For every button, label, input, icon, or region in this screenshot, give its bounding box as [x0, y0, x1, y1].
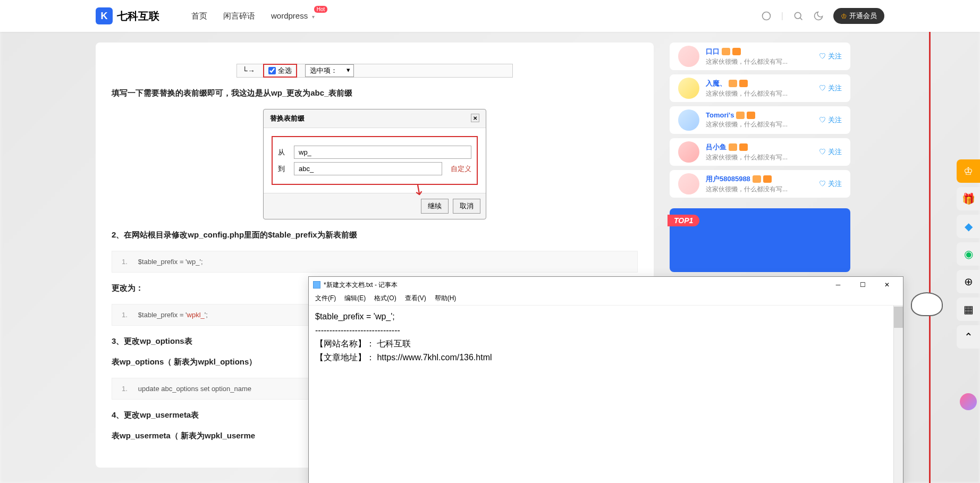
avatar [678, 109, 699, 131]
notification-icon[interactable] [761, 11, 772, 21]
screenshot-toolbar: └→ 全选 选中项： ▾ [236, 64, 513, 78]
select-all-box: 全选 [263, 64, 297, 78]
badge-icon [722, 48, 730, 55]
float-wechat-button[interactable]: ◉ [957, 242, 980, 266]
nav-wordpress[interactable]: wordpress Hot ▾ [271, 11, 315, 21]
badge-icon [739, 143, 748, 151]
user-card[interactable]: 入魔、 这家伙很懒，什么都没有写... ♡ 关注 [670, 74, 850, 102]
badge-icon [736, 112, 745, 119]
user-card[interactable]: 吕小鱼 这家伙很懒，什么都没有写... ♡ 关注 [670, 138, 850, 166]
badge-icon [763, 175, 772, 183]
arrow-icon: └→ [242, 66, 255, 75]
scrollbar[interactable] [893, 306, 903, 483]
search-icon[interactable] [793, 11, 804, 21]
from-label: 从 [278, 148, 289, 157]
user-card[interactable]: 口口 这家伙很懒，什么都没有写... ♡ 关注 [670, 43, 850, 70]
nav-home[interactable]: 首页 [191, 11, 207, 21]
main-nav: 首页 闲言碎语 wordpress Hot ▾ [191, 11, 315, 21]
badge-icon [729, 80, 737, 87]
brain-icon[interactable] [960, 393, 977, 410]
top1-badge: TOP1 [668, 215, 699, 226]
menu-view[interactable]: 查看(V) [402, 293, 429, 305]
minimize-button[interactable]: ─ [826, 277, 850, 292]
menu-edit[interactable]: 编辑(E) [341, 293, 369, 305]
paragraph: 2、在网站根目录修改wp_config.php里面的$table_prefix为… [112, 230, 638, 240]
close-button[interactable]: ✕ [875, 277, 899, 292]
user-card[interactable]: Tomori's 这家伙很懒，什么都没有写... ♡ 关注 [670, 106, 850, 134]
custom-label: 自定义 [451, 164, 471, 174]
svg-line-2 [800, 18, 802, 20]
follow-button[interactable]: ♡ 关注 [819, 179, 842, 189]
notepad-window: *新建文本文档.txt - 记事本 ─ ☐ ✕ 文件(F) 编辑(E) 格式(O… [308, 276, 903, 483]
user-name: 入魔、 [706, 79, 726, 88]
user-name: 口口 [706, 47, 720, 56]
mascot-icon[interactable] [911, 292, 948, 335]
avatar [678, 78, 699, 99]
svg-point-0 [762, 12, 770, 20]
float-sidebar: ♔ 🎁 ◆ ◉ ⊕ ▦ ⌃ [957, 159, 980, 349]
badge-icon [732, 48, 741, 55]
user-desc: 这家伙很懒，什么都没有写... [706, 120, 813, 129]
code-block: 1. $table_prefix = 'wp_'; [112, 251, 638, 273]
follow-button[interactable]: ♡ 关注 [819, 115, 842, 125]
user-desc: 这家伙很懒，什么都没有写... [706, 57, 813, 66]
float-top-button[interactable]: ⌃ [957, 325, 980, 349]
continue-button[interactable]: 继续 [421, 199, 449, 214]
menu-format[interactable]: 格式(O) [371, 293, 399, 305]
menu-help[interactable]: 帮助(H) [432, 293, 460, 305]
vip-button[interactable]: ♔ 开通会员 [833, 8, 884, 24]
float-crown-button[interactable]: ♔ [957, 159, 980, 183]
logo-icon: K [96, 7, 113, 24]
to-input[interactable] [294, 162, 442, 175]
float-qq-button[interactable]: ◆ [957, 215, 980, 238]
red-vertical-line [929, 0, 931, 483]
user-name: 吕小鱼 [706, 142, 726, 152]
user-desc: 这家伙很懒，什么都没有写... [706, 89, 813, 98]
hot-badge: Hot [314, 6, 328, 13]
crown-icon: ♔ [841, 12, 847, 20]
replace-prefix-dialog: 替换表前缀 ✕ 从 到 自定义 ↘ 继续 [263, 109, 486, 219]
float-gift-button[interactable]: 🎁 [957, 187, 980, 210]
user-desc: 这家伙很懒，什么都没有写... [706, 153, 813, 162]
moon-icon[interactable] [813, 11, 824, 21]
notepad-titlebar[interactable]: *新建文本文档.txt - 记事本 ─ ☐ ✕ [309, 277, 903, 293]
header: K 七科互联 首页 闲言碎语 wordpress Hot ▾ | ♔ 开通会员 [0, 0, 980, 32]
badge-icon [729, 143, 737, 151]
top-banner[interactable]: TOP1 [670, 208, 850, 272]
follow-button[interactable]: ♡ 关注 [819, 83, 842, 93]
user-card[interactable]: 用户58085988 这家伙很懒，什么都没有写... ♡ 关注 [670, 170, 850, 198]
user-name: 用户58085988 [706, 174, 750, 184]
float-qr-button[interactable]: ▦ [957, 298, 980, 321]
logo[interactable]: K 七科互联 [96, 7, 159, 24]
badge-icon [747, 112, 755, 119]
notepad-app-icon [313, 281, 320, 289]
notepad-title: *新建文本文档.txt - 记事本 [324, 281, 398, 290]
follow-button[interactable]: ♡ 关注 [819, 147, 842, 157]
avatar [678, 141, 699, 163]
cancel-button[interactable]: 取消 [453, 199, 480, 214]
nav-chat[interactable]: 闲言碎语 [223, 11, 255, 21]
from-input[interactable] [294, 146, 471, 159]
chevron-down-icon: ▾ [347, 66, 350, 74]
svg-point-1 [795, 12, 801, 19]
logo-text: 七科互联 [117, 9, 159, 23]
avatar [678, 173, 699, 194]
paragraph: 填写一下需要替换的表前缀即可，我这边是从wp_更改为abc_表前缀 [112, 88, 638, 98]
notepad-menubar: 文件(F) 编辑(E) 格式(O) 查看(V) 帮助(H) [309, 293, 903, 306]
user-desc: 这家伙很懒，什么都没有写... [706, 185, 813, 194]
menu-file[interactable]: 文件(F) [312, 293, 339, 305]
follow-button[interactable]: ♡ 关注 [819, 52, 842, 61]
user-name: Tomori's [706, 111, 734, 119]
float-add-button[interactable]: ⊕ [957, 270, 980, 293]
maximize-button[interactable]: ☐ [851, 277, 874, 292]
close-icon[interactable]: ✕ [471, 114, 479, 122]
notepad-textarea[interactable]: $table_prefix = 'wp_'; -----------------… [309, 306, 903, 483]
avatar [678, 46, 699, 67]
dropdown-selected[interactable]: 选中项： ▾ [305, 64, 354, 77]
badge-icon [753, 175, 761, 183]
dialog-title: 替换表前缀 [270, 114, 305, 123]
to-label: 到 [278, 164, 289, 174]
select-all-checkbox[interactable] [268, 67, 276, 74]
chevron-down-icon: ▾ [312, 14, 315, 20]
badge-icon [739, 80, 748, 87]
